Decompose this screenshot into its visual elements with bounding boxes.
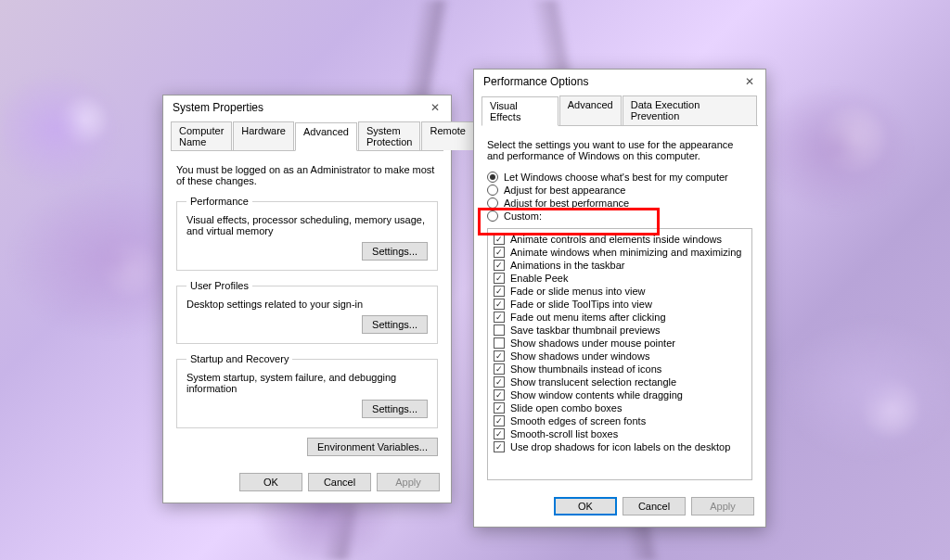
checkbox-icon	[494, 376, 505, 388]
checkbox-icon	[494, 247, 505, 258]
group-description: Visual effects, processor scheduling, me…	[186, 214, 428, 236]
group-user-profiles: User ProfilesDesktop settings related to…	[176, 280, 438, 344]
checkbox-icon	[494, 260, 505, 271]
close-icon[interactable]: ✕	[427, 101, 443, 114]
radio-label: Adjust for best appearance	[504, 185, 625, 196]
option-label: Smooth-scroll list boxes	[510, 428, 618, 439]
system-properties-dialog: System Properties ✕ Computer NameHardwar…	[162, 95, 452, 503]
checkbox-icon	[494, 428, 505, 439]
group-legend: Startup and Recovery	[186, 353, 292, 364]
environment-variables-button[interactable]: Environment Variables...	[307, 438, 438, 456]
option-fade-or-slide-tooltips-into-view[interactable]: Fade or slide ToolTips into view	[494, 298, 746, 311]
tab-strip: Visual EffectsAdvancedData Execution Pre…	[481, 95, 758, 126]
radio-custom[interactable]: Custom:	[487, 210, 752, 223]
option-label: Show translucent selection rectangle	[510, 376, 676, 388]
option-animations-in-the-taskbar[interactable]: Animations in the taskbar	[494, 259, 746, 272]
option-show-thumbnails-instead-of-icons[interactable]: Show thumbnails instead of icons	[494, 363, 746, 375]
tab-visual-effects[interactable]: Visual Effects	[481, 96, 558, 126]
option-label: Use drop shadows for icon labels on the …	[510, 441, 730, 452]
titlebar[interactable]: Performance Options ✕	[474, 70, 765, 94]
checkbox-icon	[494, 273, 505, 284]
dialog-button-row: OK Cancel Apply	[163, 465, 451, 503]
dialog-body: You must be logged on as an Administrato…	[163, 151, 451, 465]
checkbox-icon	[494, 402, 505, 414]
settings-button[interactable]: Settings...	[362, 242, 428, 261]
dialog-button-row: OK Cancel Apply	[474, 490, 765, 527]
ok-button[interactable]: OK	[239, 473, 302, 491]
titlebar[interactable]: System Properties ✕	[163, 95, 451, 120]
checkbox-icon	[494, 325, 505, 336]
radio-let-windows-choose-what-s-best-for-my-computer[interactable]: Let Windows choose what's best for my co…	[487, 171, 752, 184]
option-fade-out-menu-items-after-clicking[interactable]: Fade out menu items after clicking	[494, 311, 746, 324]
ok-button[interactable]: OK	[554, 497, 617, 515]
option-animate-controls-and-elements-inside-windows[interactable]: Animate controls and elements inside win…	[494, 233, 746, 246]
option-show-window-contents-while-dragging[interactable]: Show window contents while dragging	[494, 388, 746, 401]
checkbox-icon	[494, 389, 505, 401]
option-label: Smooth edges of screen fonts	[510, 415, 646, 426]
dialog-title: System Properties	[173, 101, 263, 114]
option-label: Show shadows under windows	[510, 350, 649, 362]
checkbox-icon	[494, 415, 505, 426]
radio-icon	[487, 185, 498, 196]
settings-button[interactable]: Settings...	[362, 315, 428, 334]
visual-effects-list[interactable]: Animate controls and elements inside win…	[487, 228, 752, 480]
option-label: Show thumbnails instead of icons	[510, 363, 661, 375]
option-label: Fade or slide ToolTips into view	[510, 299, 652, 310]
tab-remote[interactable]: Remote	[421, 121, 474, 150]
checkbox-icon	[494, 234, 505, 245]
option-label: Show shadows under mouse pointer	[510, 337, 675, 349]
group-legend: User Profiles	[186, 280, 252, 291]
group-description: System startup, system failure, and debu…	[186, 372, 428, 394]
radio-adjust-for-best-appearance[interactable]: Adjust for best appearance	[487, 184, 752, 197]
option-show-shadows-under-mouse-pointer[interactable]: Show shadows under mouse pointer	[494, 337, 746, 350]
group-description: Desktop settings related to your sign-in	[186, 299, 428, 310]
option-smooth-edges-of-screen-fonts[interactable]: Smooth edges of screen fonts	[494, 414, 746, 427]
checkbox-icon	[494, 299, 505, 310]
option-smooth-scroll-list-boxes[interactable]: Smooth-scroll list boxes	[494, 427, 746, 440]
option-fade-or-slide-menus-into-view[interactable]: Fade or slide menus into view	[494, 285, 746, 298]
dialog-body: Select the settings you want to use for …	[474, 126, 765, 490]
tab-hardware[interactable]: Hardware	[233, 121, 294, 150]
radio-icon	[487, 197, 498, 209]
radio-icon	[487, 172, 498, 183]
tab-system-protection[interactable]: System Protection	[358, 121, 421, 150]
option-show-shadows-under-windows[interactable]: Show shadows under windows	[494, 350, 746, 363]
group-legend: Performance	[186, 196, 252, 207]
group-performance: PerformanceVisual effects, processor sch…	[176, 196, 438, 271]
checkbox-icon	[494, 363, 505, 375]
tab-data-execution-prevention[interactable]: Data Execution Prevention	[623, 95, 757, 125]
group-startup-and-recovery: Startup and RecoverySystem startup, syst…	[176, 353, 438, 428]
checkbox-icon	[494, 337, 505, 349]
close-icon[interactable]: ✕	[741, 75, 758, 88]
checkbox-icon	[494, 441, 505, 452]
checkbox-icon	[494, 312, 505, 323]
tab-strip: Computer NameHardwareAdvancedSystem Prot…	[171, 121, 443, 151]
option-label: Animations in the taskbar	[510, 260, 625, 271]
radio-label: Custom:	[504, 210, 542, 222]
option-save-taskbar-thumbnail-previews[interactable]: Save taskbar thumbnail previews	[494, 324, 746, 337]
tab-advanced[interactable]: Advanced	[295, 122, 357, 151]
checkbox-icon	[494, 350, 505, 362]
option-slide-open-combo-boxes[interactable]: Slide open combo boxes	[494, 401, 746, 414]
performance-options-dialog: Performance Options ✕ Visual EffectsAdva…	[473, 69, 766, 528]
settings-button[interactable]: Settings...	[362, 400, 428, 418]
tab-advanced[interactable]: Advanced	[559, 95, 622, 125]
dialog-title: Performance Options	[483, 75, 588, 88]
radio-adjust-for-best-performance[interactable]: Adjust for best performance	[487, 197, 752, 210]
option-label: Save taskbar thumbnail previews	[510, 325, 660, 336]
option-enable-peek[interactable]: Enable Peek	[494, 272, 746, 285]
radio-icon	[487, 210, 498, 222]
radio-label: Let Windows choose what's best for my co…	[504, 172, 728, 183]
option-use-drop-shadows-for-icon-labels-on-the-desktop[interactable]: Use drop shadows for icon labels on the …	[494, 440, 746, 453]
option-animate-windows-when-minimizing-and-maximizing[interactable]: Animate windows when minimizing and maxi…	[494, 246, 746, 259]
cancel-button[interactable]: Cancel	[308, 473, 371, 491]
radio-label: Adjust for best performance	[504, 197, 629, 209]
tab-computer-name[interactable]: Computer Name	[171, 121, 232, 150]
apply-button[interactable]: Apply	[691, 497, 754, 515]
apply-button[interactable]: Apply	[377, 473, 440, 491]
option-label: Show window contents while dragging	[510, 389, 683, 401]
option-label: Fade or slide menus into view	[510, 286, 646, 297]
option-show-translucent-selection-rectangle[interactable]: Show translucent selection rectangle	[494, 375, 746, 388]
cancel-button[interactable]: Cancel	[623, 497, 686, 515]
option-label: Animate controls and elements inside win…	[510, 234, 722, 245]
